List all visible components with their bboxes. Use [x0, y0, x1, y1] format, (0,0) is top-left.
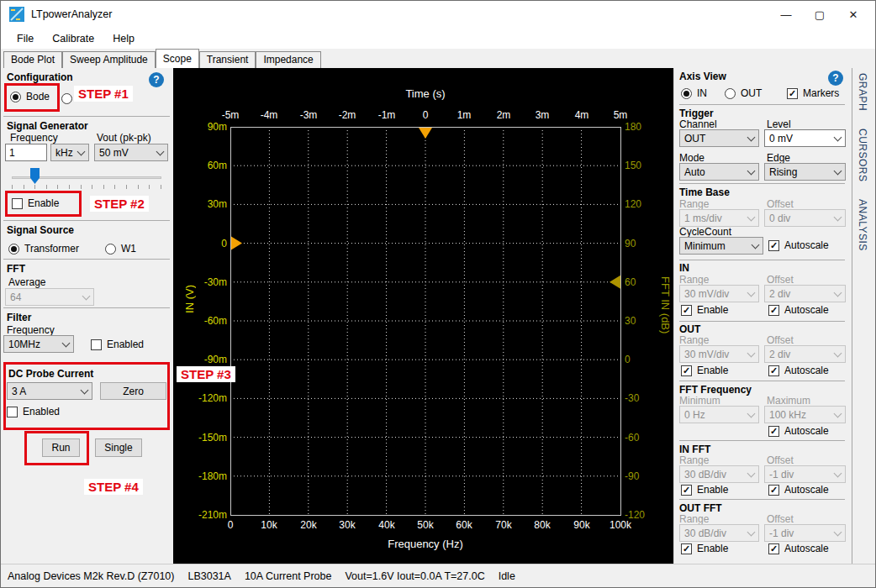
side-tab-analysis[interactable]: ANALYSIS [857, 199, 868, 251]
in-tick: -120m [178, 392, 227, 404]
side-tab-graph[interactable]: GRAPH [857, 73, 868, 111]
selected-value: 2 div [769, 288, 790, 300]
freq-tick: 20k [290, 519, 327, 531]
dc-probe-current-select[interactable]: 3 A [7, 382, 92, 400]
amplitude-slider-thumb[interactable] [30, 168, 40, 184]
chevron-down-icon [77, 147, 86, 155]
fft-level-marker-icon[interactable] [610, 276, 620, 289]
vout-select[interactable]: 50 mV [94, 144, 168, 161]
in-enable-checkbox[interactable]: Enable [681, 304, 728, 316]
checkbox-icon [681, 305, 692, 316]
in-tick: 0 [178, 238, 227, 249]
help-icon[interactable]: ? [149, 72, 164, 87]
config-second-radio[interactable]: I [61, 92, 80, 104]
checkbox-icon [768, 543, 779, 554]
freq-tick: 90k [563, 519, 600, 531]
in-zero-marker-icon[interactable] [231, 237, 242, 250]
fft-tick: -90 [625, 470, 673, 482]
status-state: Idle [499, 570, 515, 582]
source-transformer-radio[interactable]: Transformer [8, 243, 79, 255]
selected-value: 30 mV/div [684, 349, 729, 360]
config-bode-radio[interactable]: Bode [10, 91, 50, 102]
trigger-mode-select[interactable]: Auto [679, 163, 759, 181]
offset-label: Offset [767, 513, 794, 525]
frequency-axis-title: Frequency (Hz) [230, 538, 620, 550]
out-fft-enable-checkbox[interactable]: Enable [681, 543, 728, 554]
chevron-down-icon [834, 409, 842, 417]
trigger-level-select[interactable]: 0 mV [764, 129, 846, 147]
checkbox-icon [768, 305, 779, 316]
signal-generator-enable-checkbox[interactable]: Enable [12, 197, 59, 209]
time-tick: 0 [407, 109, 444, 121]
range-label: Range [679, 513, 709, 525]
trigger-channel-select[interactable]: OUT [679, 129, 759, 147]
checkbox-label: Enable [697, 365, 728, 376]
time-tick: -1m [368, 109, 405, 121]
out-header: OUT [679, 323, 700, 335]
source-w1-radio[interactable]: W1 [105, 243, 136, 255]
help-icon[interactable]: ? [828, 71, 843, 86]
chevron-down-icon [834, 213, 842, 221]
selected-value: -1 div [769, 469, 794, 480]
radio-icon [61, 93, 72, 104]
menu-file[interactable]: File [8, 33, 43, 45]
out-fft-header: OUT FFT [679, 502, 722, 514]
filter-enabled-checkbox[interactable]: Enabled [91, 339, 144, 350]
tab-impedance[interactable]: Impedance [256, 51, 320, 68]
status-device: Analog Devices M2k Rev.D (Z7010) [8, 570, 174, 582]
cyclecount-select[interactable]: Minimum [679, 237, 763, 255]
offset-label: Offset [767, 454, 794, 466]
chevron-down-icon [834, 133, 842, 141]
tab-sweep-amplitude[interactable]: Sweep Amplitude [62, 51, 156, 68]
selected-value: 50 mV [99, 147, 129, 159]
close-button[interactable]: ✕ [836, 1, 870, 28]
minimize-button[interactable]: — [769, 1, 803, 28]
window-title: LTpowerAnalyzer [31, 8, 112, 20]
out-fft-autoscale-checkbox[interactable]: Autoscale [768, 543, 829, 554]
maximize-button[interactable]: ▢ [803, 1, 836, 28]
checkbox-icon [681, 365, 692, 376]
scope-plot: Time (s) -5m -4m -3m -2m -1m 0 1m 2m 3m … [173, 68, 673, 564]
time-zero-marker-icon[interactable] [419, 128, 432, 139]
axis-view-out-radio[interactable]: OUT [725, 87, 762, 99]
out-autoscale-checkbox[interactable]: Autoscale [768, 365, 829, 376]
frequency-unit-select[interactable]: kHz [50, 144, 89, 161]
radio-label: Bode [26, 91, 50, 102]
menu-help[interactable]: Help [103, 33, 144, 45]
chevron-down-icon [747, 166, 756, 175]
checkbox-label: Autoscale [784, 304, 829, 316]
radio-icon [10, 92, 21, 102]
time-tick: -3m [290, 109, 327, 121]
axis-view-in-radio[interactable]: IN [681, 87, 707, 99]
tab-bode-plot[interactable]: Bode Plot [3, 51, 62, 68]
trigger-edge-select[interactable]: Rising [764, 163, 846, 181]
run-button[interactable]: Run [42, 438, 80, 457]
fft-freq-autoscale-checkbox[interactable]: Autoscale [768, 425, 829, 437]
out-offset-select: 2 div [764, 345, 846, 363]
selected-value: 0 div [769, 213, 790, 224]
tab-transient[interactable]: Transient [199, 51, 256, 68]
single-button[interactable]: Single [95, 438, 142, 457]
side-tab-cursors[interactable]: CURSORS [857, 129, 868, 182]
tab-scope[interactable]: Scope [156, 49, 199, 68]
markers-checkbox[interactable]: Markers [787, 87, 839, 99]
freq-tick: 30k [329, 519, 366, 531]
in-fft-autoscale-checkbox[interactable]: Autoscale [768, 484, 829, 496]
in-autoscale-checkbox[interactable]: Autoscale [768, 304, 829, 316]
radio-icon [725, 88, 736, 99]
offset-label: Offset [767, 198, 794, 210]
filter-frequency-select[interactable]: 10MHz [3, 335, 74, 353]
selected-value: 10MHz [8, 339, 40, 350]
out-enable-checkbox[interactable]: Enable [681, 365, 728, 376]
menu-calibrate[interactable]: Calibrate [43, 33, 103, 45]
time-base-autoscale-checkbox[interactable]: Autoscale [768, 239, 829, 251]
time-axis-title: Time (s) [230, 87, 620, 100]
radio-icon [681, 88, 692, 99]
dc-probe-enabled-checkbox[interactable]: Enabled [7, 406, 60, 417]
in-fft-enable-checkbox[interactable]: Enable [681, 484, 728, 496]
frequency-input[interactable] [5, 144, 47, 161]
chevron-down-icon [834, 166, 842, 175]
status-probe: 10A Current Probe [245, 570, 332, 582]
zero-button[interactable]: Zero [100, 382, 166, 400]
checkbox-icon [787, 88, 798, 99]
